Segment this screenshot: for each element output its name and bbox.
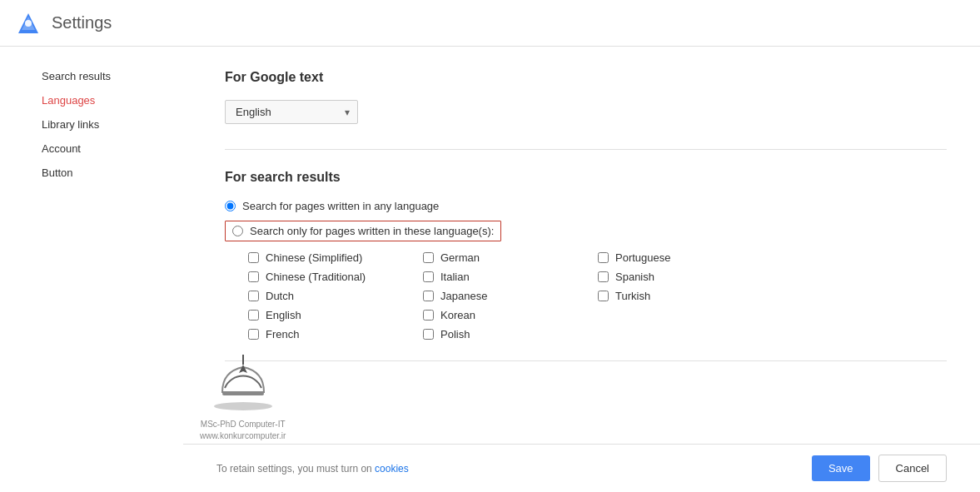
radio-specific-bordered[interactable]: Search only for pages written in these l… [225,221,501,241]
checkbox-chinese-simplified-input[interactable] [248,252,259,263]
sidebar-item-languages[interactable]: Languages [42,91,183,110]
bottom-bar: To retain settings, you must turn on coo… [183,444,980,492]
checkbox-polish-input[interactable] [423,329,434,340]
checkbox-japanese-label: Japanese [440,290,487,302]
footer-cookies-link[interactable]: cookies [375,463,409,475]
google-text-section: For Google text English French German Sp… [225,70,947,124]
radio-any-language-input[interactable] [225,201,236,211]
checkbox-german-label: German [440,251,480,264]
language-checkboxes-grid: Chinese (Simplified) German Portuguese C… [248,251,947,340]
checkbox-chinese-traditional-label: Chinese (Traditional) [266,271,366,283]
sidebar-item-button[interactable]: Button [42,163,183,182]
checkbox-italian[interactable]: Italian [423,271,589,283]
checkbox-chinese-simplified-label: Chinese (Simplified) [266,251,362,264]
checkbox-polish-label: Polish [440,328,470,340]
google-text-language-select[interactable]: English French German Spanish Dutch [225,100,358,124]
checkbox-german[interactable]: German [423,251,589,264]
main-content-area: For Google text English French German Sp… [183,47,980,492]
sidebar-item-account[interactable]: Account [42,139,183,158]
radio-specific-language-option[interactable]: Search only for pages written in these l… [225,221,947,241]
checkbox-english-label: English [266,309,301,321]
checkbox-italian-input[interactable] [423,271,434,282]
checkbox-french[interactable]: French [248,328,415,340]
checkbox-english[interactable]: English [248,309,415,321]
google-text-title: For Google text [225,70,947,85]
sidebar-item-search-results[interactable]: Search results [42,67,183,86]
search-results-title: For search results [225,170,947,185]
google-logo-icon [17,12,40,35]
checkbox-german-input[interactable] [423,252,434,263]
svg-point-2 [25,20,32,27]
checkbox-french-input[interactable] [248,329,259,340]
checkbox-portuguese[interactable]: Portuguese [598,251,764,264]
checkbox-english-input[interactable] [248,310,259,321]
watermark-text-line2: www.konkurcomputer.ir [200,430,286,442]
checkbox-spanish-label: Spanish [615,271,654,283]
watermark-text-line1: MSc-PhD Computer-IT [200,419,286,430]
checkbox-dutch-input[interactable] [248,291,259,301]
footer-note-text: To retain settings, you must turn on [216,463,372,475]
checkbox-dutch[interactable]: Dutch [248,290,415,302]
watermark: MSc-PhD Computer-IT www.konkurcomputer.i… [200,355,286,442]
checkbox-spanish[interactable]: Spanish [598,271,764,283]
watermark-icon [210,355,276,413]
language-select-wrapper[interactable]: English French German Spanish Dutch [225,100,358,124]
checkbox-korean[interactable]: Korean [423,309,589,321]
checkbox-french-label: French [266,328,299,340]
checkbox-chinese-traditional-input[interactable] [248,271,259,282]
save-button[interactable]: Save [812,455,870,481]
checkbox-turkish[interactable]: Turkish [598,290,764,302]
page-title: Settings [52,13,112,32]
checkbox-chinese-traditional[interactable]: Chinese (Traditional) [248,271,415,283]
checkbox-polish[interactable]: Polish [423,328,589,340]
section-divider-1 [225,149,947,150]
checkbox-japanese[interactable]: Japanese [423,290,589,302]
checkbox-portuguese-label: Portuguese [615,251,671,264]
sidebar: Search results Languages Library links A… [0,47,183,492]
checkbox-italian-label: Italian [440,271,470,283]
checkbox-korean-input[interactable] [423,310,434,321]
checkbox-turkish-input[interactable] [598,291,609,301]
checkbox-dutch-label: Dutch [266,290,294,302]
checkbox-placeholder-2 [598,328,764,340]
radio-any-language-option[interactable]: Search for pages written in any language [225,200,947,212]
footer-note: To retain settings, you must turn on coo… [216,463,409,475]
sidebar-item-library-links[interactable]: Library links [42,115,183,134]
checkbox-portuguese-input[interactable] [598,252,609,263]
checkbox-placeholder-1 [598,309,764,321]
main-layout: Search results Languages Library links A… [0,47,980,492]
radio-any-language-label: Search for pages written in any language [242,200,439,212]
search-results-section: For search results Search for pages writ… [225,170,947,340]
checkbox-korean-label: Korean [440,309,475,321]
checkbox-turkish-label: Turkish [615,290,650,302]
top-bar: Settings [0,0,980,47]
svg-point-3 [214,402,272,410]
radio-specific-language-input[interactable] [232,226,243,236]
checkbox-spanish-input[interactable] [598,271,609,282]
section-divider-2 [225,360,947,361]
cancel-button[interactable]: Cancel [878,455,947,482]
checkbox-chinese-simplified[interactable]: Chinese (Simplified) [248,251,415,264]
checkbox-japanese-input[interactable] [423,291,434,301]
radio-specific-language-label: Search only for pages written in these l… [250,225,494,237]
